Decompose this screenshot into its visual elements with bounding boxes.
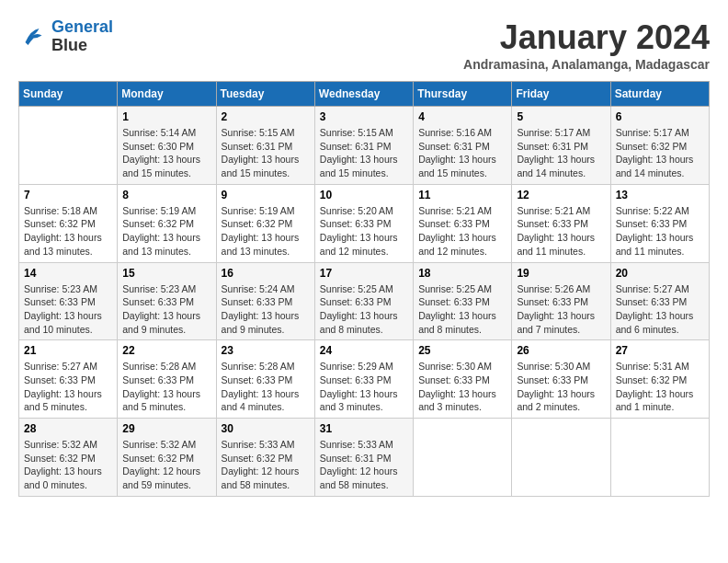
header-saturday: Saturday <box>610 82 709 107</box>
calendar-cell: 12Sunrise: 5:21 AM Sunset: 6:33 PM Dayli… <box>512 184 610 262</box>
day-info: Sunrise: 5:32 AM Sunset: 6:32 PM Dayligh… <box>24 438 112 492</box>
calendar-cell: 4Sunrise: 5:16 AM Sunset: 6:31 PM Daylig… <box>414 107 512 185</box>
week-row-1: 1Sunrise: 5:14 AM Sunset: 6:30 PM Daylig… <box>19 107 710 185</box>
calendar-cell: 3Sunrise: 5:15 AM Sunset: 6:31 PM Daylig… <box>314 107 413 185</box>
day-info: Sunrise: 5:14 AM Sunset: 6:30 PM Dayligh… <box>122 126 210 180</box>
calendar-cell: 1Sunrise: 5:14 AM Sunset: 6:30 PM Daylig… <box>118 107 216 185</box>
header-tuesday: Tuesday <box>216 82 314 107</box>
day-info: Sunrise: 5:23 AM Sunset: 6:33 PM Dayligh… <box>24 282 112 337</box>
day-info: Sunrise: 5:15 AM Sunset: 6:31 PM Dayligh… <box>222 126 310 180</box>
header-row: Sunday Monday Tuesday Wednesday Thursday… <box>19 82 710 107</box>
calendar-cell: 9Sunrise: 5:19 AM Sunset: 6:32 PM Daylig… <box>216 184 314 262</box>
calendar-cell: 26Sunrise: 5:30 AM Sunset: 6:33 PM Dayli… <box>512 340 610 419</box>
day-number: 31 <box>320 422 408 435</box>
day-info: Sunrise: 5:17 AM Sunset: 6:32 PM Dayligh… <box>616 126 704 180</box>
month-title: January 2024 <box>463 18 710 57</box>
day-info: Sunrise: 5:25 AM Sunset: 6:33 PM Dayligh… <box>418 282 506 337</box>
calendar-cell <box>19 107 118 185</box>
calendar-cell: 18Sunrise: 5:25 AM Sunset: 6:33 PM Dayli… <box>414 262 512 340</box>
day-number: 11 <box>418 189 506 201</box>
day-number: 25 <box>418 344 506 357</box>
day-info: Sunrise: 5:25 AM Sunset: 6:33 PM Dayligh… <box>320 282 408 337</box>
day-number: 30 <box>222 422 310 435</box>
calendar-cell: 15Sunrise: 5:23 AM Sunset: 6:33 PM Dayli… <box>118 262 216 340</box>
calendar-cell: 22Sunrise: 5:28 AM Sunset: 6:33 PM Dayli… <box>118 340 216 419</box>
calendar-cell: 30Sunrise: 5:33 AM Sunset: 6:32 PM Dayli… <box>216 419 314 497</box>
day-info: Sunrise: 5:28 AM Sunset: 6:33 PM Dayligh… <box>222 360 310 414</box>
day-number: 22 <box>122 344 210 357</box>
calendar-cell: 29Sunrise: 5:32 AM Sunset: 6:32 PM Dayli… <box>118 419 216 497</box>
calendar-cell: 23Sunrise: 5:28 AM Sunset: 6:33 PM Dayli… <box>216 340 314 419</box>
day-number: 14 <box>24 267 112 280</box>
day-info: Sunrise: 5:15 AM Sunset: 6:31 PM Dayligh… <box>320 126 408 180</box>
day-info: Sunrise: 5:18 AM Sunset: 6:32 PM Dayligh… <box>24 204 112 259</box>
day-number: 24 <box>320 344 408 357</box>
week-row-4: 21Sunrise: 5:27 AM Sunset: 6:33 PM Dayli… <box>19 340 710 419</box>
day-info: Sunrise: 5:19 AM Sunset: 6:32 PM Dayligh… <box>122 204 210 259</box>
day-info: Sunrise: 5:33 AM Sunset: 6:31 PM Dayligh… <box>320 438 408 492</box>
header-friday: Friday <box>512 82 610 107</box>
day-number: 21 <box>24 344 112 357</box>
calendar-cell: 31Sunrise: 5:33 AM Sunset: 6:31 PM Dayli… <box>314 419 413 497</box>
calendar-cell: 19Sunrise: 5:26 AM Sunset: 6:33 PM Dayli… <box>512 262 610 340</box>
day-info: Sunrise: 5:21 AM Sunset: 6:33 PM Dayligh… <box>517 204 605 259</box>
day-number: 27 <box>616 344 704 357</box>
day-info: Sunrise: 5:27 AM Sunset: 6:33 PM Dayligh… <box>616 282 704 337</box>
day-number: 17 <box>320 267 408 280</box>
calendar-cell: 11Sunrise: 5:21 AM Sunset: 6:33 PM Dayli… <box>414 184 512 262</box>
calendar-cell <box>512 419 610 497</box>
calendar-cell: 7Sunrise: 5:18 AM Sunset: 6:32 PM Daylig… <box>19 184 118 262</box>
day-info: Sunrise: 5:23 AM Sunset: 6:33 PM Dayligh… <box>122 282 210 337</box>
day-number: 20 <box>616 267 704 280</box>
location-subtitle: Andramasina, Analamanga, Madagascar <box>463 57 710 72</box>
header-sunday: Sunday <box>19 82 118 107</box>
day-number: 18 <box>418 267 506 280</box>
day-number: 16 <box>222 267 310 280</box>
day-number: 23 <box>222 344 310 357</box>
day-info: Sunrise: 5:20 AM Sunset: 6:33 PM Dayligh… <box>320 204 408 259</box>
logo-text: GeneralBlue <box>51 18 113 55</box>
logo-icon <box>18 23 46 51</box>
calendar-cell: 25Sunrise: 5:30 AM Sunset: 6:33 PM Dayli… <box>414 340 512 419</box>
day-info: Sunrise: 5:29 AM Sunset: 6:33 PM Dayligh… <box>320 360 408 414</box>
calendar-cell: 6Sunrise: 5:17 AM Sunset: 6:32 PM Daylig… <box>610 107 709 185</box>
day-number: 9 <box>222 189 310 201</box>
calendar-cell: 10Sunrise: 5:20 AM Sunset: 6:33 PM Dayli… <box>314 184 413 262</box>
calendar-cell: 21Sunrise: 5:27 AM Sunset: 6:33 PM Dayli… <box>19 340 118 419</box>
day-number: 6 <box>616 110 704 123</box>
day-number: 26 <box>517 344 605 357</box>
calendar-cell: 17Sunrise: 5:25 AM Sunset: 6:33 PM Dayli… <box>314 262 413 340</box>
day-number: 10 <box>320 189 408 201</box>
calendar-cell <box>610 419 709 497</box>
day-info: Sunrise: 5:16 AM Sunset: 6:31 PM Dayligh… <box>418 126 506 180</box>
week-row-3: 14Sunrise: 5:23 AM Sunset: 6:33 PM Dayli… <box>19 262 710 340</box>
header-wednesday: Wednesday <box>314 82 413 107</box>
day-number: 5 <box>517 110 605 123</box>
day-number: 19 <box>517 267 605 280</box>
day-number: 8 <box>122 189 210 201</box>
day-info: Sunrise: 5:21 AM Sunset: 6:33 PM Dayligh… <box>418 204 506 259</box>
calendar-cell: 5Sunrise: 5:17 AM Sunset: 6:31 PM Daylig… <box>512 107 610 185</box>
calendar-cell: 16Sunrise: 5:24 AM Sunset: 6:33 PM Dayli… <box>216 262 314 340</box>
day-info: Sunrise: 5:27 AM Sunset: 6:33 PM Dayligh… <box>24 360 112 414</box>
logo: GeneralBlue <box>18 18 113 55</box>
calendar-cell: 14Sunrise: 5:23 AM Sunset: 6:33 PM Dayli… <box>19 262 118 340</box>
day-info: Sunrise: 5:33 AM Sunset: 6:32 PM Dayligh… <box>222 438 310 492</box>
title-area: January 2024 Andramasina, Analamanga, Ma… <box>463 18 710 72</box>
day-number: 3 <box>320 110 408 123</box>
calendar-cell: 24Sunrise: 5:29 AM Sunset: 6:33 PM Dayli… <box>314 340 413 419</box>
calendar-cell: 13Sunrise: 5:22 AM Sunset: 6:33 PM Dayli… <box>610 184 709 262</box>
week-row-5: 28Sunrise: 5:32 AM Sunset: 6:32 PM Dayli… <box>19 419 710 497</box>
day-number: 4 <box>418 110 506 123</box>
calendar-cell: 27Sunrise: 5:31 AM Sunset: 6:32 PM Dayli… <box>610 340 709 419</box>
day-info: Sunrise: 5:31 AM Sunset: 6:32 PM Dayligh… <box>616 360 704 414</box>
calendar-cell <box>414 419 512 497</box>
day-info: Sunrise: 5:30 AM Sunset: 6:33 PM Dayligh… <box>517 360 605 414</box>
day-info: Sunrise: 5:28 AM Sunset: 6:33 PM Dayligh… <box>122 360 210 414</box>
calendar-cell: 8Sunrise: 5:19 AM Sunset: 6:32 PM Daylig… <box>118 184 216 262</box>
day-number: 15 <box>122 267 210 280</box>
day-info: Sunrise: 5:32 AM Sunset: 6:32 PM Dayligh… <box>122 438 210 492</box>
day-number: 2 <box>222 110 310 123</box>
day-number: 29 <box>122 422 210 435</box>
day-info: Sunrise: 5:30 AM Sunset: 6:33 PM Dayligh… <box>418 360 506 414</box>
